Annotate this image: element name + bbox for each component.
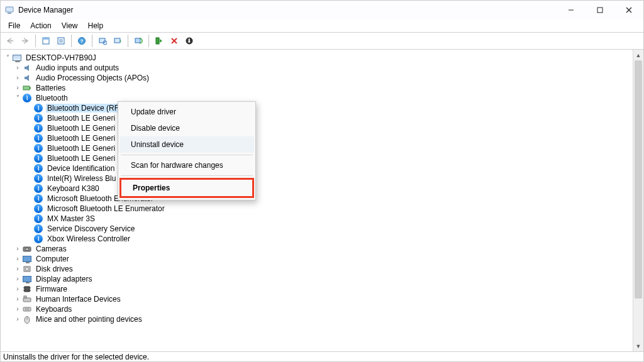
svg-rect-38: [23, 307, 31, 311]
svg-rect-0: [6, 7, 13, 12]
forward-button[interactable]: [18, 34, 32, 48]
context-menu-item[interactable]: Uninstall device: [119, 136, 254, 153]
title-bar: Device Manager: [1, 1, 643, 19]
status-text: Uninstalls the driver for the selected d…: [3, 353, 149, 361]
svg-rect-1: [8, 13, 11, 14]
vertical-scrollbar[interactable]: ▲ ▼: [633, 50, 643, 351]
device-tree[interactable]: ˅DESKTOP-VH7B90J›Audio inputs and output…: [1, 50, 643, 351]
properties-toolbar-button[interactable]: [54, 34, 68, 48]
svg-rect-20: [156, 38, 159, 44]
tree-category[interactable]: ›Batteries: [3, 83, 643, 92]
menu-view[interactable]: View: [57, 21, 83, 31]
tree-category[interactable]: ›Cameras: [3, 244, 643, 253]
tree-category[interactable]: ›Mice and other pointing devices: [3, 314, 643, 324]
context-menu-item[interactable]: Properties: [121, 180, 252, 196]
tree-category[interactable]: ›Computer: [3, 254, 643, 263]
tree-item[interactable]: ·⌇Microsoft Bluetooth Enumerator: [3, 194, 643, 203]
tree-item[interactable]: ·⌇Bluetooth LE Generi: [3, 133, 643, 143]
svg-rect-31: [25, 287, 30, 292]
svg-point-28: [26, 248, 29, 251]
svg-rect-36: [23, 298, 31, 302]
svg-rect-16: [99, 38, 105, 43]
svg-text:?: ?: [80, 38, 84, 44]
svg-rect-26: [30, 87, 31, 89]
menu-file[interactable]: File: [3, 21, 25, 31]
svg-point-30: [26, 267, 29, 270]
tree-item[interactable]: ·⌇Keyboard K380: [3, 184, 643, 193]
tree-category[interactable]: ›Audio inputs and outputs: [3, 63, 643, 72]
update-driver-toolbar-button[interactable]: [131, 34, 145, 48]
menu-bar: File Action View Help: [1, 19, 643, 32]
back-button[interactable]: [3, 34, 17, 48]
window-title: Device Manager: [18, 6, 73, 14]
show-hidden-button[interactable]: [39, 34, 53, 48]
help-button[interactable]: ?: [75, 34, 89, 48]
scan-button[interactable]: [96, 34, 109, 48]
context-menu: Update driverDisable deviceUninstall dev…: [118, 101, 256, 200]
tree-category[interactable]: ›Human Interface Devices: [3, 294, 643, 304]
tree-category[interactable]: ˅⌇Bluetooth: [3, 93, 643, 102]
scroll-track[interactable]: [633, 60, 643, 341]
enable-device-button[interactable]: [152, 34, 166, 48]
tree-item[interactable]: ·⌇Service Discovery Service: [3, 224, 643, 233]
svg-rect-37: [24, 296, 26, 298]
tree-item[interactable]: ·⌇Bluetooth LE Generi: [3, 143, 643, 153]
tree-root[interactable]: ˅DESKTOP-VH7B90J: [3, 53, 643, 62]
tree-category[interactable]: ›Display adapters: [3, 274, 643, 283]
context-menu-item[interactable]: Disable device: [119, 120, 254, 136]
svg-rect-19: [135, 38, 140, 43]
context-menu-separator: [121, 155, 253, 155]
menu-action[interactable]: Action: [25, 21, 56, 31]
uninstall-device-button[interactable]: [167, 34, 181, 48]
tree-item[interactable]: ·⌇Bluetooth LE Generi: [3, 123, 643, 133]
tree-item[interactable]: ·⌇MX Master 3S: [3, 214, 643, 223]
scroll-down-button[interactable]: ▼: [633, 341, 643, 351]
maximize-button[interactable]: [586, 1, 614, 19]
minimize-button[interactable]: [557, 1, 586, 19]
tree-category[interactable]: ›Firmware: [3, 284, 643, 293]
tree-item[interactable]: ·⌇Xbox Wireless Controller: [3, 234, 643, 243]
disable-device-button[interactable]: ⬇: [182, 34, 196, 48]
context-menu-item[interactable]: Scan for hardware changes: [119, 157, 254, 173]
svg-rect-9: [43, 38, 49, 40]
tree-item[interactable]: ·⌇Bluetooth LE Generi: [3, 153, 643, 163]
tree-category[interactable]: ›Disk drives: [3, 264, 643, 273]
tree-item[interactable]: ·⌇Microsoft Bluetooth LE Enumerator: [3, 204, 643, 213]
highlight-annotation: Properties: [119, 178, 254, 198]
tree-category[interactable]: ›Audio Processing Objects (APOs): [3, 73, 643, 82]
tree-item[interactable]: ·⌇Bluetooth Device (RFCOMM Protocol TDI): [3, 103, 643, 112]
tree-category[interactable]: ›Keyboards: [3, 304, 643, 314]
scroll-up-button[interactable]: ▲: [633, 50, 643, 60]
menu-help[interactable]: Help: [83, 21, 109, 31]
context-menu-separator: [121, 175, 253, 176]
tree-item[interactable]: ·⌇Device Identification: [3, 163, 643, 173]
scroll-thumb[interactable]: [635, 60, 642, 299]
svg-rect-25: [23, 86, 30, 90]
svg-rect-18: [114, 38, 120, 43]
add-legacy-button[interactable]: [111, 34, 125, 48]
tree-item[interactable]: ·⌇Intel(R) Wireless Blu: [3, 173, 643, 183]
toolbar: ? ⬇: [1, 32, 643, 50]
context-menu-item[interactable]: Update driver: [119, 104, 254, 120]
svg-rect-3: [597, 8, 602, 13]
app-icon: [4, 5, 14, 15]
close-button[interactable]: [614, 1, 643, 19]
tree-item[interactable]: ·⌇Bluetooth LE Generi: [3, 113, 643, 123]
status-bar: Uninstalls the driver for the selected d…: [1, 351, 643, 361]
